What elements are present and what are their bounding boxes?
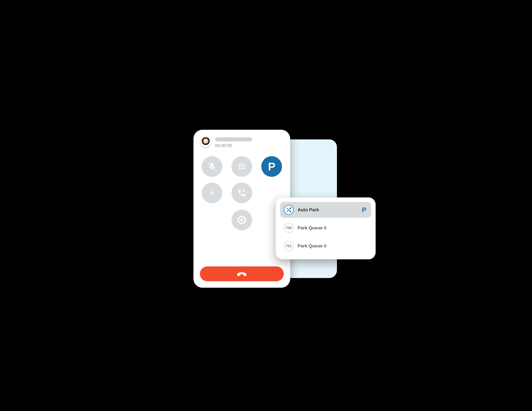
- shuffle-icon: [284, 205, 294, 215]
- park-slot-label: Park Queue 0: [298, 243, 368, 249]
- svg-point-3: [239, 166, 240, 167]
- park-slot-row-721[interactable]: 721 Park Queue 0: [280, 238, 371, 254]
- extension-badge: 720: [284, 223, 294, 233]
- svg-point-6: [239, 168, 240, 169]
- caller-meta: 00:00:05: [215, 137, 252, 148]
- svg-point-8: [243, 168, 245, 169]
- record-icon: [237, 215, 247, 225]
- park-slot-label: Park Queue 0: [298, 225, 368, 231]
- plus-icon: [208, 188, 216, 197]
- svg-point-5: [243, 166, 245, 167]
- svg-point-4: [241, 166, 243, 167]
- phone-pause-icon: [237, 188, 246, 197]
- hangup-button[interactable]: [200, 266, 284, 281]
- svg-rect-9: [243, 189, 244, 192]
- add-call-button[interactable]: [202, 183, 222, 203]
- auto-park-trailing-p: P: [362, 206, 366, 214]
- record-button[interactable]: [231, 210, 252, 230]
- dialpad-icon: [238, 162, 246, 171]
- svg-point-12: [240, 219, 243, 221]
- extension-number: 721: [286, 244, 292, 248]
- caller-avatar: [200, 137, 211, 149]
- caller-name-placeholder: [215, 137, 252, 141]
- park-button[interactable]: P: [261, 156, 282, 177]
- extension-badge: 721: [284, 241, 294, 251]
- call-controls-grid: P: [200, 156, 284, 203]
- call-timer: 00:00:05: [215, 143, 252, 148]
- svg-point-0: [239, 164, 240, 165]
- phone-hangup-icon: [236, 268, 248, 280]
- park-menu-popover: Auto Park P 720 Park Queue 0 721 Park Qu…: [276, 197, 376, 259]
- mic-muted-icon: [208, 162, 217, 171]
- park-slot-row-720[interactable]: 720 Park Queue 0: [280, 220, 371, 236]
- record-row: [200, 210, 284, 230]
- softphone-ui-composition: 00:00:05: [142, 110, 390, 301]
- svg-point-7: [241, 168, 243, 169]
- park-p-icon: P: [268, 161, 275, 172]
- extension-number: 720: [286, 226, 292, 230]
- auto-park-label: Auto Park: [298, 207, 358, 212]
- svg-point-1: [241, 164, 243, 165]
- svg-rect-10: [244, 189, 245, 192]
- caller-header: 00:00:05: [200, 137, 284, 149]
- dialpad-button[interactable]: [231, 156, 252, 177]
- svg-point-2: [243, 164, 245, 165]
- auto-park-row[interactable]: Auto Park P: [280, 202, 371, 218]
- hold-button[interactable]: [231, 183, 252, 203]
- mute-button[interactable]: [202, 156, 222, 177]
